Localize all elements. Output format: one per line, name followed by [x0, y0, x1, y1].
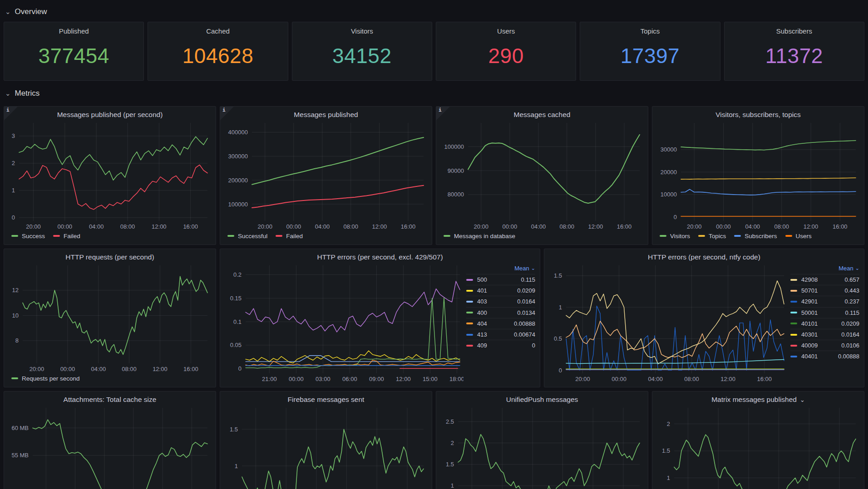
panel-title[interactable]: UnifiedPush messages: [441, 394, 643, 405]
panel-title[interactable]: Messages published: [225, 109, 427, 120]
svg-text:30000: 30000: [661, 146, 677, 153]
legend-row-500[interactable]: 5000.115: [466, 274, 535, 285]
svg-text:20:00: 20:00: [257, 223, 272, 230]
legend-mean-value: 0.00888: [514, 320, 535, 327]
panel-title[interactable]: Firebase messages sent: [225, 394, 427, 405]
series-color-swatch: [790, 312, 797, 313]
chart-body: 0.511.5220:0000:0004:0008:0012:0016:00: [657, 405, 859, 489]
legend-sort-mean[interactable]: Mean⌄: [466, 263, 535, 274]
series-400: [246, 298, 460, 368]
panel-visitors-subscribers-topics: Visitors, subscribers, topics01000020000…: [652, 106, 864, 245]
legend-row-42908[interactable]: 429080.657: [790, 274, 859, 285]
legend-item[interactable]: Success: [11, 233, 45, 240]
chart-canvas[interactable]: 00.050.10.150.221:0000:0003:0006:0009:00…: [225, 263, 464, 383]
panel-menu-chevron-icon[interactable]: ⌄: [800, 396, 805, 403]
chart-canvas[interactable]: 010000200003000020:0000:0004:0008:0012:0…: [657, 120, 859, 231]
legend-row-50001[interactable]: 500010.115: [790, 307, 859, 318]
series-color-swatch: [466, 323, 473, 324]
legend-sort-label: Mean: [838, 265, 853, 272]
legend-row-40101[interactable]: 401010.0209: [790, 318, 859, 329]
chart-canvas[interactable]: 8101220:0000:0004:0008:0012:0016:00: [9, 263, 211, 373]
section-row-overview[interactable]: ⌄ Overview: [4, 2, 864, 22]
svg-text:1: 1: [235, 463, 238, 469]
series-Topics: [681, 178, 856, 179]
legend-row-404[interactable]: 4040.00888: [466, 318, 535, 329]
info-icon-glyph: i: [439, 107, 442, 113]
chart-canvas[interactable]: 55 MB60 MB20:0000:0004:0008:0012:0016:00: [9, 405, 211, 489]
series-color-swatch: [734, 235, 741, 237]
svg-text:12:00: 12:00: [396, 376, 411, 382]
panel-title[interactable]: Messages cached: [441, 109, 643, 120]
panel-title[interactable]: HTTP errors (per second, excl. 429/507): [225, 252, 535, 263]
svg-text:0.5: 0.5: [554, 335, 562, 342]
svg-text:1.5: 1.5: [446, 461, 454, 468]
legend-sort-mean[interactable]: Mean⌄: [790, 263, 859, 274]
legend-row-40009[interactable]: 400090.0106: [790, 340, 859, 351]
legend-item[interactable]: Successful: [227, 233, 267, 240]
chart-canvas[interactable]: 800009000010000020:0000:0004:0008:0012:0…: [441, 120, 643, 231]
panel-info-icon[interactable]: i: [220, 107, 234, 120]
stat-panel-visitors: Visitors34152: [292, 22, 432, 81]
stat-value: 11372: [765, 31, 823, 80]
charts-grid: iMessages published (per second)012320:0…: [4, 106, 864, 489]
legend-row-403[interactable]: 4030.0164: [466, 296, 535, 307]
chart-canvas[interactable]: 10000020000030000040000020:0000:0004:000…: [225, 120, 427, 231]
legend-mean-value: 0.237: [844, 298, 859, 305]
legend-mean-value: 0.0164: [517, 298, 535, 305]
legend-label: Messages in database: [454, 233, 515, 240]
legend-row-50701[interactable]: 507010.443: [790, 285, 859, 296]
legend-row-413[interactable]: 4130.00674: [466, 329, 535, 340]
chart-canvas[interactable]: 0.511.520:0000:0004:0008:0012:0016:00: [225, 405, 427, 489]
chart-legend: SuccessfulFailed: [225, 231, 427, 241]
chart-body: 10000020000030000040000020:0000:0004:000…: [225, 120, 427, 231]
chart-body: 00.050.10.150.221:0000:0003:0006:0009:00…: [225, 263, 535, 383]
chevron-down-icon: ⌄: [855, 265, 859, 271]
legend-item[interactable]: Users: [785, 233, 812, 240]
panel-title-text: HTTP requests (per second): [65, 253, 154, 261]
legend-row-401[interactable]: 4010.0209: [466, 285, 535, 296]
legend-item[interactable]: Messages in database: [444, 233, 515, 240]
stat-panel-published: Published377454: [4, 22, 144, 81]
section-row-metrics[interactable]: ⌄ Metrics: [4, 81, 864, 106]
legend-item[interactable]: Topics: [698, 233, 726, 240]
legend-row-400[interactable]: 4000.0134: [466, 307, 535, 318]
legend-label: 42908: [801, 276, 840, 283]
panel-matrix-messages-published: Matrix messages published⌄0.511.5220:000…: [652, 391, 864, 489]
legend-item[interactable]: Requests per second: [11, 375, 80, 382]
panel-info-icon[interactable]: i: [436, 107, 450, 120]
legend-label: 404: [477, 320, 510, 327]
chart-canvas[interactable]: 0.511.5220:0000:0004:0008:0012:0016:00: [657, 405, 859, 489]
legend-label: Success: [22, 233, 45, 240]
legend-item[interactable]: Visitors: [660, 233, 690, 240]
panel-info-icon[interactable]: i: [4, 107, 18, 120]
legend-row-409[interactable]: 4090: [466, 340, 535, 351]
chart-body: 012320:0000:0004:0008:0012:0016:00: [9, 120, 211, 231]
legend-row-40401[interactable]: 404010.00888: [790, 351, 859, 362]
panel-title[interactable]: Matrix messages published⌄: [657, 394, 859, 405]
legend-item[interactable]: Failed: [276, 233, 303, 240]
svg-text:1: 1: [451, 482, 454, 489]
series-color-swatch: [790, 323, 797, 324]
panel-title-text: Visitors, subscribers, topics: [715, 111, 801, 118]
panel-title[interactable]: Attachments: Total cache size: [9, 394, 211, 405]
chart-canvas[interactable]: 11.522.520:0000:0004:0008:0012:0016:00: [441, 405, 643, 489]
legend-mean-value: 0.115: [521, 276, 535, 283]
legend-row-40301[interactable]: 403010.0164: [790, 329, 859, 340]
panel-title[interactable]: Visitors, subscribers, topics: [657, 109, 859, 120]
panel-title[interactable]: HTTP errors (per second, ntfy code): [549, 252, 859, 263]
svg-text:80000: 80000: [448, 191, 464, 198]
panel-title[interactable]: HTTP requests (per second): [9, 252, 211, 263]
chart-plot: 0.511.520:0000:0004:0008:0012:0016:00: [225, 405, 427, 489]
legend-item[interactable]: Subscribers: [734, 233, 777, 240]
svg-text:00:00: 00:00: [716, 223, 731, 230]
chart-canvas[interactable]: 00.511.520:0000:0004:0008:0012:0016:00: [549, 263, 788, 383]
legend-row-42901[interactable]: 429010.237: [790, 296, 859, 307]
svg-text:0: 0: [12, 214, 15, 221]
panel-title[interactable]: Messages published (per second): [9, 109, 211, 120]
legend-label: 400: [477, 309, 513, 316]
series-color-swatch: [444, 235, 450, 237]
legend-item[interactable]: Failed: [53, 233, 80, 240]
legend-mean-value: 0.115: [845, 309, 859, 316]
chart-canvas[interactable]: 012320:0000:0004:0008:0012:0016:00: [9, 120, 211, 231]
chart-plot: 55 MB60 MB20:0000:0004:0008:0012:0016:00: [9, 405, 211, 489]
